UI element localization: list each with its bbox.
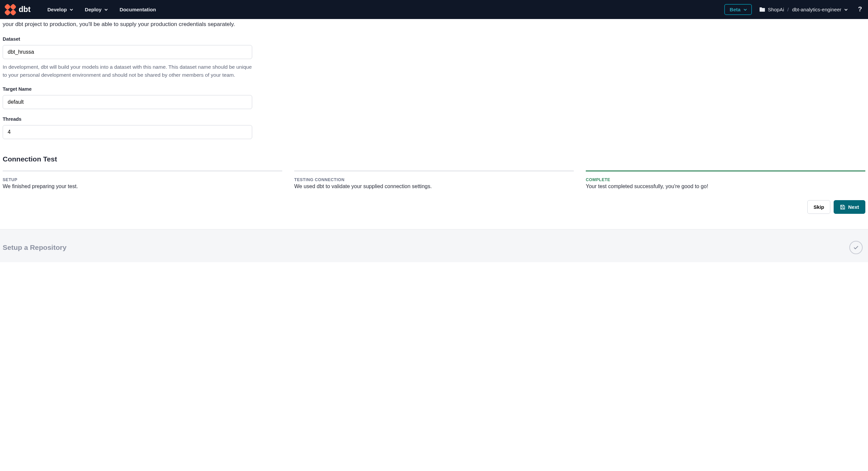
- next-button-label: Next: [848, 204, 859, 210]
- actions-row: Skip Next: [3, 200, 865, 229]
- test-step-testing: TESTING CONNECTION We used dbt to valida…: [294, 170, 574, 190]
- nav-develop-label: Develop: [48, 7, 67, 12]
- next-button[interactable]: Next: [834, 200, 865, 214]
- test-step-setup: SETUP We finished preparing your test.: [3, 170, 282, 190]
- test-step-complete: COMPLETE Your test completed successfull…: [586, 170, 865, 190]
- nav-deploy-label: Deploy: [85, 7, 101, 12]
- target-label: Target Name: [3, 86, 252, 92]
- intro-text: your dbt project to production, you'll b…: [3, 19, 865, 36]
- breadcrumb: ShopAi / dbt-analytics-engineer: [759, 7, 848, 12]
- dataset-help: In development, dbt will build your mode…: [3, 63, 252, 79]
- svg-rect-0: [5, 4, 11, 10]
- svg-rect-1: [10, 4, 16, 10]
- connection-test-heading: Connection Test: [3, 155, 865, 163]
- test-step-label: SETUP: [3, 178, 282, 182]
- target-field: Target Name: [3, 86, 252, 109]
- test-step-desc: We used dbt to validate your supplied co…: [294, 184, 574, 189]
- chevron-down-icon: [743, 8, 747, 12]
- dataset-field: Dataset In development, dbt will build y…: [3, 36, 252, 79]
- breadcrumb-project-label: dbt-analytics-engineer: [792, 7, 841, 12]
- skip-button-label: Skip: [814, 204, 824, 210]
- dbt-logo-icon: [5, 4, 16, 15]
- svg-rect-3: [10, 9, 16, 15]
- test-step-desc: We finished preparing your test.: [3, 184, 282, 189]
- test-step-bar: [294, 170, 574, 172]
- connection-test-steps: SETUP We finished preparing your test. T…: [3, 170, 865, 190]
- breadcrumb-separator: /: [787, 7, 788, 12]
- repo-status-indicator: [849, 241, 863, 254]
- logo[interactable]: dbt: [5, 4, 36, 15]
- nav-documentation[interactable]: Documentation: [119, 7, 156, 12]
- setup-repository-heading: Setup a Repository: [3, 244, 849, 252]
- top-nav: dbt Develop Deploy Documentation Beta Sh…: [0, 0, 868, 19]
- nav-deploy[interactable]: Deploy: [85, 7, 108, 12]
- test-step-label: COMPLETE: [586, 178, 865, 182]
- test-step-bar: [586, 170, 865, 172]
- dataset-label: Dataset: [3, 36, 252, 42]
- nav-documentation-label: Documentation: [119, 7, 156, 12]
- nav-links: Develop Deploy Documentation: [48, 7, 156, 12]
- chevron-down-icon: [104, 8, 108, 12]
- threads-label: Threads: [3, 117, 252, 122]
- save-icon: [840, 205, 845, 210]
- threads-field: Threads: [3, 117, 252, 139]
- test-step-bar: [3, 170, 282, 172]
- help-button[interactable]: ?: [857, 6, 863, 13]
- dataset-input[interactable]: [3, 45, 252, 59]
- chevron-down-icon: [844, 8, 848, 12]
- beta-label: Beta: [730, 7, 741, 12]
- svg-rect-2: [5, 9, 11, 15]
- help-icon: ?: [857, 6, 863, 12]
- chevron-down-icon: [69, 8, 73, 12]
- svg-text:dbt: dbt: [19, 6, 31, 14]
- breadcrumb-org[interactable]: ShopAi: [759, 7, 784, 12]
- nav-develop[interactable]: Develop: [48, 7, 73, 12]
- beta-button[interactable]: Beta: [724, 4, 752, 15]
- test-step-label: TESTING CONNECTION: [294, 178, 574, 182]
- setup-repository-section: Setup a Repository: [0, 229, 868, 262]
- svg-text:?: ?: [858, 6, 862, 12]
- check-icon: [853, 245, 859, 251]
- threads-input[interactable]: [3, 125, 252, 139]
- breadcrumb-project[interactable]: dbt-analytics-engineer: [792, 7, 848, 12]
- test-step-desc: Your test completed successfully, you're…: [586, 184, 865, 189]
- breadcrumb-org-label: ShopAi: [768, 7, 784, 12]
- target-input[interactable]: [3, 95, 252, 109]
- folder-icon: [759, 7, 765, 12]
- skip-button[interactable]: Skip: [807, 200, 831, 214]
- dbt-wordmark-icon: dbt: [19, 6, 36, 14]
